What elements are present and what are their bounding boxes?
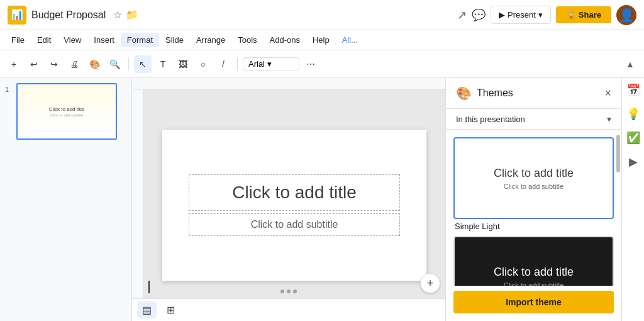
theme-simple-dark[interactable]: Click to add title Click to add subtitle bbox=[453, 236, 614, 286]
themes-palette-icon: 🎨 bbox=[456, 86, 472, 101]
themes-dropdown[interactable]: In this presentation ▾ bbox=[446, 109, 621, 130]
thumb-subtitle: Click to add subtitle bbox=[50, 113, 83, 117]
calendar-icon[interactable]: 📅 bbox=[626, 83, 640, 97]
title-bar: 📊 Budget Proposal ☆ 📁 ↗ 💬 ▶ Present ▾ 🔒 … bbox=[0, 0, 644, 30]
ruler-top bbox=[132, 78, 445, 89]
filmstrip-view-btn[interactable]: ▤ bbox=[137, 301, 157, 318]
filmstrip-icon: ▤ bbox=[142, 304, 152, 316]
thumb-title: Click to add title bbox=[49, 106, 84, 112]
font-selector[interactable]: Arial ▾ bbox=[243, 57, 299, 70]
add-button[interactable]: + bbox=[5, 55, 23, 73]
menu-bar: File Edit View Insert Format Slide Arran… bbox=[0, 30, 644, 50]
shape-tool[interactable]: ○ bbox=[194, 55, 212, 73]
themes-close-button[interactable]: × bbox=[604, 87, 611, 100]
menu-format[interactable]: Format bbox=[121, 33, 159, 47]
document-title[interactable]: Budget Proposal bbox=[31, 9, 106, 21]
redo-button[interactable]: ↪ bbox=[45, 55, 63, 73]
image-tool[interactable]: 🖼 bbox=[174, 55, 192, 73]
undo-button[interactable]: ↩ bbox=[25, 55, 43, 73]
line-tool[interactable]: / bbox=[214, 55, 232, 73]
folder-icon[interactable]: 📁 bbox=[126, 9, 138, 21]
theme-light-subtitle: Click to add subtitle bbox=[504, 183, 564, 190]
main-content: 1 Click to add title Click to add subtit… bbox=[0, 78, 644, 321]
canvas-area: Click to add title Click to add subtitle… bbox=[132, 78, 445, 321]
present-button[interactable]: ▶ Present ▾ bbox=[491, 6, 551, 24]
themes-scrollbar[interactable] bbox=[616, 130, 620, 286]
themes-header: 🎨 Themes × bbox=[446, 78, 621, 109]
themes-dropdown-arrow: ▾ bbox=[607, 114, 611, 124]
menu-arrange[interactable]: Arrange bbox=[190, 33, 231, 47]
bottom-toolbar: ▤ ⊞ bbox=[132, 298, 445, 321]
menu-slide[interactable]: Slide bbox=[159, 33, 190, 47]
themes-panel: 🎨 Themes × In this presentation ▾ Click … bbox=[445, 78, 621, 321]
import-theme-button[interactable]: Import theme bbox=[453, 291, 614, 313]
lock-icon: 🔒 bbox=[566, 10, 576, 20]
slide-thumb-content: Click to add title Click to add subtitle bbox=[18, 84, 116, 138]
slide-subtitle: Click to add subtitle bbox=[251, 219, 338, 230]
theme-simple-light[interactable]: Click to add title Click to add subtitle… bbox=[453, 137, 614, 231]
slide-thumbnail-1[interactable]: Click to add title Click to add subtitle bbox=[16, 83, 117, 140]
font-dropdown-arrow: ▾ bbox=[267, 59, 272, 69]
title-box[interactable]: Click to add title bbox=[189, 174, 400, 211]
menu-help[interactable]: Help bbox=[306, 33, 336, 47]
toolbar-divider-2 bbox=[237, 58, 238, 70]
themes-dropdown-label: In this presentation bbox=[456, 115, 604, 124]
title-action-icons: ☆ 📁 bbox=[113, 9, 138, 21]
theme-light-title: Click to add title bbox=[494, 167, 574, 180]
select-tool[interactable]: ↖ bbox=[134, 55, 152, 73]
cursor-indicator bbox=[148, 281, 150, 293]
theme-preview-dark: Click to add title Click to add subtitle bbox=[453, 236, 614, 286]
themes-content: Click to add title Click to add subtitle… bbox=[446, 130, 621, 286]
print-button[interactable]: 🖨 bbox=[65, 55, 83, 73]
comment-icon[interactable]: 💬 bbox=[472, 8, 486, 22]
present-arrow: ▾ bbox=[538, 10, 543, 20]
ruler-left bbox=[132, 89, 143, 321]
slide-canvas[interactable]: Click to add title Click to add subtitle bbox=[162, 130, 426, 281]
themes-scrollbar-thumb bbox=[616, 135, 620, 172]
chart-icon[interactable]: ↗ bbox=[457, 8, 467, 22]
tasks-icon[interactable]: ✅ bbox=[626, 131, 640, 145]
menu-edit[interactable]: Edit bbox=[31, 33, 57, 47]
menu-view[interactable]: View bbox=[57, 33, 87, 47]
theme-dark-title: Click to add title bbox=[494, 266, 574, 279]
theme-dark-subtitle: Click to add subtitle bbox=[504, 281, 564, 286]
avatar[interactable]: 👤 bbox=[616, 5, 636, 25]
slides-panel: 1 Click to add title Click to add subtit… bbox=[0, 78, 132, 321]
subtitle-box[interactable]: Click to add subtitle bbox=[189, 213, 400, 236]
slide-title: Click to add title bbox=[232, 183, 357, 202]
toolbar-divider-1 bbox=[128, 58, 129, 70]
more-options[interactable]: ⋯ bbox=[302, 55, 319, 73]
grid-view-btn[interactable]: ⊞ bbox=[162, 301, 180, 318]
app-icon: 📊 bbox=[8, 6, 26, 25]
menu-insert[interactable]: Insert bbox=[87, 33, 121, 47]
right-sidebar: 📅 💡 ✅ ▶ bbox=[621, 78, 644, 321]
slide-dots bbox=[280, 290, 297, 293]
star-icon[interactable]: ☆ bbox=[113, 9, 122, 21]
menu-file[interactable]: File bbox=[5, 33, 31, 47]
present-icon: ▶ bbox=[499, 10, 505, 20]
expand-icon[interactable]: ▶ bbox=[629, 155, 638, 169]
add-to-slide-button[interactable]: + bbox=[420, 273, 440, 293]
theme-preview-light: Click to add title Click to add subtitle bbox=[453, 137, 614, 219]
paint-button[interactable]: 🎨 bbox=[86, 55, 103, 73]
title-right: ↗ 💬 ▶ Present ▾ 🔒 Share 👤 bbox=[457, 5, 636, 25]
zoom-button[interactable]: 🔍 bbox=[106, 55, 123, 73]
themes-title: Themes bbox=[477, 87, 599, 99]
toolbar: + ↩ ↪ 🖨 🎨 🔍 ↖ T 🖼 ○ / Arial ▾ ⋯ ▲ bbox=[0, 50, 644, 78]
menu-addons[interactable]: Add-ons bbox=[264, 33, 306, 47]
toolbar-collapse[interactable]: ▲ bbox=[621, 55, 639, 73]
text-tool[interactable]: T bbox=[154, 55, 172, 73]
lightbulb-icon[interactable]: 💡 bbox=[626, 107, 640, 121]
slide-number-1: 1 bbox=[5, 83, 13, 93]
menu-tools[interactable]: Tools bbox=[231, 33, 263, 47]
theme-light-name: Simple Light bbox=[453, 222, 614, 231]
grid-icon: ⊞ bbox=[167, 304, 175, 316]
menu-all[interactable]: All... bbox=[336, 33, 364, 47]
slide-1-wrapper: 1 Click to add title Click to add subtit… bbox=[5, 83, 126, 140]
share-button[interactable]: 🔒 Share bbox=[556, 6, 611, 23]
